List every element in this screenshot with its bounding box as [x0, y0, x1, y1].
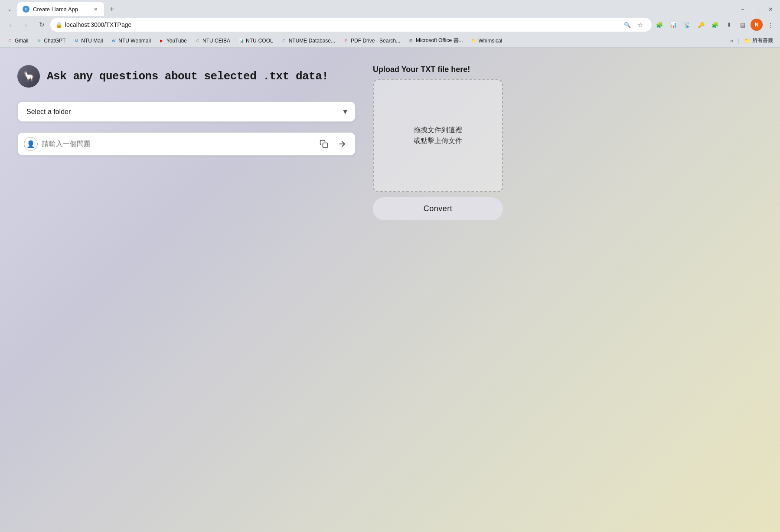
svg-rect-0 [323, 143, 328, 148]
bookmark-ntu-mail[interactable]: M NTU Mail [70, 36, 106, 45]
page-content: 🦙 Ask any questions about selected .txt … [0, 48, 780, 532]
minimize-button[interactable]: − [737, 3, 749, 15]
new-tab-button[interactable]: + [106, 3, 118, 15]
convert-button[interactable]: Convert [373, 197, 503, 220]
profile-button[interactable]: N [751, 19, 763, 31]
tab-close-button[interactable]: ✕ [92, 6, 99, 13]
bookmark-youtube-label: YouTube [166, 38, 187, 44]
upload-dropzone[interactable]: 拖拽文件到這裡 或點擊上傳文件 [373, 79, 503, 192]
main-section: 🦙 Ask any questions about selected .txt … [17, 65, 356, 515]
maximize-button[interactable]: □ [751, 3, 763, 15]
app-title: Ask any questions about selected .txt da… [47, 70, 328, 83]
bookmark-ntu-ceiba-label: NTU CEIBA [202, 38, 230, 44]
cast-icon[interactable]: 📡 [681, 19, 693, 31]
bookmark-chatgpt-label: ChatGPT [44, 38, 65, 44]
bookmark-pdf-drive[interactable]: P PDF Drive - Search... [339, 36, 404, 45]
extensions-icon[interactable]: 🧩 [653, 19, 666, 31]
bookmarks-bar: G Gmail ⊕ ChatGPT M NTU Mail W NTU Webma… [0, 34, 780, 48]
bookmark-gmail-label: Gmail [15, 38, 28, 44]
upload-title: Upload Your TXT file here! [373, 65, 503, 74]
lock-icon: 🔒 [55, 22, 62, 28]
bookmark-ntu-cool[interactable]: 📊 NTU-COOL [235, 36, 277, 45]
chat-input[interactable] [42, 140, 313, 148]
address-bar: 🔒 🔍 ☆ [50, 18, 652, 32]
gmail-favicon: G [7, 38, 13, 44]
tab-favicon: C [23, 6, 29, 13]
youtube-favicon: ▶ [159, 38, 165, 44]
folder-select[interactable]: Select a folder [17, 101, 356, 122]
password-icon[interactable]: 🔑 [695, 19, 707, 31]
dropzone-text-line2: 或點擊上傳文件 [414, 137, 462, 146]
app-header: 🦙 Ask any questions about selected .txt … [17, 65, 356, 88]
chatgpt-favicon: ⊕ [36, 38, 42, 44]
reading-list-label: 所有書籤 [752, 37, 773, 44]
download-icon[interactable]: ⬇ [723, 19, 735, 31]
ntu-webmail-favicon: W [111, 38, 117, 44]
bookmark-whimsical-label: Whimsical [479, 38, 503, 44]
bookmark-ntu-webmail-label: NTU Webmail [118, 38, 150, 44]
close-button[interactable]: ✕ [764, 3, 777, 15]
user-icon: 👤 [24, 137, 38, 151]
bookmark-ntu-mail-label: NTU Mail [81, 38, 103, 44]
active-tab[interactable]: C Create Llama App ✕ [17, 2, 104, 16]
folder-icon: 📁 [744, 38, 751, 44]
bookmark-chatgpt[interactable]: ⊕ ChatGPT [33, 36, 69, 45]
bookmark-youtube[interactable]: ▶ YouTube [155, 36, 190, 45]
bookmark-star-icon[interactable]: ☆ [634, 19, 646, 31]
address-input[interactable] [65, 21, 619, 28]
ms-office-favicon: ⊞ [408, 38, 414, 44]
forward-button[interactable]: › [19, 18, 33, 32]
reload-button[interactable]: ↻ [35, 18, 49, 32]
ntu-cool-favicon: 📊 [238, 38, 244, 44]
reading-list-button[interactable]: 📁 所有書籤 [741, 36, 777, 46]
tab-prev-button[interactable]: ⌄ [3, 3, 16, 15]
ntu-ceiba-favicon: C [195, 38, 201, 44]
pdf-drive-favicon: P [343, 38, 349, 44]
send-button[interactable] [335, 137, 349, 151]
bookmark-ntu-cool-label: NTU-COOL [246, 38, 273, 44]
bookmark-pdf-drive-label: PDF Drive - Search... [351, 38, 400, 44]
whimsical-favicon: 📁 [471, 38, 477, 44]
bookmark-gmail[interactable]: G Gmail [3, 36, 32, 45]
extension-puzzle-icon[interactable]: 🧩 [709, 19, 721, 31]
dropzone-text-line1: 拖拽文件到這裡 [414, 126, 462, 135]
right-section: Upload Your TXT file here! 拖拽文件到這裡 或點擊上傳… [373, 65, 503, 515]
copy-button[interactable] [317, 137, 331, 151]
ntu-mail-favicon: M [73, 38, 79, 44]
bookmark-ntu-ceiba[interactable]: C NTU CEIBA [191, 36, 234, 45]
bookmark-ms-office[interactable]: ⊞ Microsoft Office 書... [405, 36, 466, 46]
back-button[interactable]: ‹ [3, 18, 17, 32]
search-icon[interactable]: 🔍 [621, 19, 633, 31]
chat-input-row: 👤 [17, 132, 356, 156]
stats-icon[interactable]: 📊 [667, 19, 679, 31]
more-bookmarks-button[interactable]: » [728, 36, 736, 45]
bookmark-ntume-db[interactable]: G NTUME Database... [277, 36, 339, 45]
bookmark-whimsical[interactable]: 📁 Whimsical [467, 36, 506, 45]
bookmark-ntume-db-label: NTUME Database... [289, 38, 335, 44]
sidebar-icon[interactable]: ▤ [737, 19, 749, 31]
bookmark-ms-office-label: Microsoft Office 書... [416, 37, 463, 44]
tab-title: Create Llama App [33, 6, 88, 13]
avatar-icon: 🦙 [23, 71, 35, 82]
app-avatar: 🦙 [17, 65, 40, 88]
folder-select-wrapper: Select a folder ▼ [17, 101, 356, 122]
ntume-db-favicon: G [281, 38, 287, 44]
bookmark-ntu-webmail[interactable]: W NTU Webmail [107, 36, 154, 45]
menu-icon[interactable]: ⋮ [764, 19, 777, 31]
